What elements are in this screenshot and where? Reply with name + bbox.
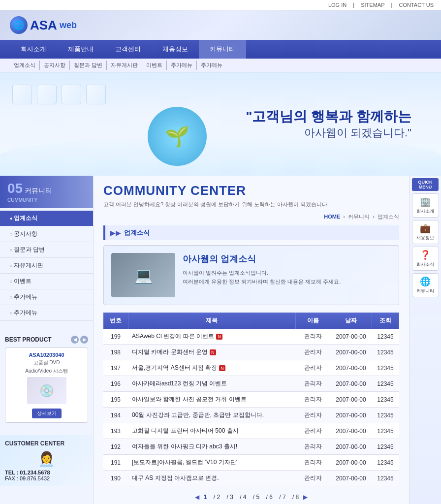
sidebar-item-industry[interactable]: 업계소식 xyxy=(0,211,93,226)
sidebar-item-freeboard[interactable]: 자유게시판 xyxy=(0,258,93,274)
nav-item-community[interactable]: 커뮤니티 xyxy=(199,40,246,59)
cell-views: 12345 xyxy=(372,360,399,376)
subnav-item-5[interactable]: 추가메뉴 xyxy=(167,61,197,70)
separator: | xyxy=(353,2,354,8)
login-link[interactable]: LOG IN xyxy=(328,2,346,8)
news-icon: ❓ xyxy=(414,250,437,260)
cell-no: 192 xyxy=(103,439,128,455)
subnav-item-2[interactable]: 질문과 답변 xyxy=(70,61,107,70)
subnav-item-6[interactable]: 추가메뉴 xyxy=(197,61,226,70)
featured-box: 💻 아사웹의 업계소식 아사웹이 알려주는 업계소식입니다. 여러분에게 유용한… xyxy=(103,245,399,305)
cell-no: 196 xyxy=(103,376,128,392)
hero-text: "고객님의 행복과 함께하는 아사웹이 되겠습니다." xyxy=(246,108,411,140)
customer-center-fax: FAX : 09.876.5432 xyxy=(5,475,88,481)
cell-title[interactable]: 아사카메라asd123 런칭 기념 이벤트 xyxy=(128,376,296,392)
subnav-item-3[interactable]: 자유게시판 xyxy=(107,61,142,70)
sidebar-num: 05 xyxy=(7,181,23,196)
sidebar-item-qa[interactable]: 질문과 답변 xyxy=(0,242,93,258)
main-nav: 회사소개 제품안내 고객센터 채용정보 커뮤니티 xyxy=(0,40,441,59)
sidebar-item-extra1[interactable]: 추가메뉴 xyxy=(0,289,93,305)
hero-wave xyxy=(0,136,441,176)
cell-date: 2007-00-00 xyxy=(330,345,372,360)
page-6[interactable]: / 6 xyxy=(264,493,275,502)
cell-title[interactable]: 서울,경기지역 AS센터 지점 확장N xyxy=(128,360,296,376)
product-detail-button[interactable]: 상세보기 xyxy=(32,409,62,418)
product-name2: Audio/Video 시스템 xyxy=(9,368,84,375)
table-row: 194 00월 사진강좌 고급반, 중급반, 초급반 모집합니다. 관리자 20… xyxy=(103,408,399,423)
nav-item-customer[interactable]: 고객센터 xyxy=(104,40,152,59)
sitemap-link[interactable]: SITEMAP xyxy=(361,2,384,8)
page-7[interactable]: / 7 xyxy=(277,493,288,502)
cell-views: 12345 xyxy=(372,439,399,455)
qm-company[interactable]: 🏢 회사소개 xyxy=(412,193,439,218)
cell-views: 12345 xyxy=(372,376,399,392)
contact-link[interactable]: CONTACT US xyxy=(399,2,434,8)
qm-news[interactable]: ❓ 회사소식 xyxy=(412,247,439,271)
cell-title[interactable]: 여자들을 위한 아사핑크 디카 abc3 출시! xyxy=(128,439,296,455)
sidebar: 05 커뮤니티 CUMMUNITY 업계소식 공지사항 질문과 답변 자유게시판… xyxy=(0,176,94,504)
cell-no: 193 xyxy=(103,423,128,439)
page-2[interactable]: / 2 xyxy=(211,493,222,502)
content-title: COMMUNITY CENTER xyxy=(103,183,399,198)
sidebar-item-notice[interactable]: 공지사항 xyxy=(0,226,93,242)
cell-no: 191 xyxy=(103,455,128,471)
sidebar-title-eng: CUMMUNITY xyxy=(7,197,37,203)
customer-center-avatar: 👩‍💼 xyxy=(5,451,88,467)
nav-item-products[interactable]: 제품안내 xyxy=(57,40,104,59)
prev-page-icon[interactable]: ◀ xyxy=(195,494,199,501)
next-arrow[interactable]: ▶ xyxy=(80,336,88,344)
subnav-item-4[interactable]: 이벤트 xyxy=(142,61,167,70)
breadcrumb-home[interactable]: HOME xyxy=(324,214,340,220)
featured-desc2: 여러분에게 유용한 정보 되기바라며 참신한 내용은 제보해 주세요. xyxy=(183,278,341,286)
cell-title[interactable]: 대구 AS 지정점 아사캠으로 변경. xyxy=(128,471,296,486)
cell-title[interactable]: 고화질 디지털 프린터 아사티어 500 출시 xyxy=(128,423,296,439)
qm-community[interactable]: 🌐 커뮤니티 xyxy=(412,273,439,297)
page-5[interactable]: / 5 xyxy=(251,493,262,502)
cell-views: 12345 xyxy=(372,423,399,439)
qm-recruit[interactable]: 💼 채용정보 xyxy=(412,220,439,244)
nav-item-recruit[interactable]: 채용정보 xyxy=(152,40,199,59)
subnav-item-1[interactable]: 공지사항 xyxy=(40,61,70,70)
page-1[interactable]: 1 xyxy=(201,493,210,502)
content-area: COMMUNITY CENTER 고객 어러분 안녕하세요? 항상 어러분의 성… xyxy=(94,176,409,504)
cell-title[interactable]: [보도자료]아사필름, 월드컵 'V10 기자단' xyxy=(128,455,296,471)
cell-title[interactable]: 디지털 카메라 문화센터 운영N xyxy=(128,345,296,360)
sidebar-item-extra2[interactable]: 추가메뉴 xyxy=(0,305,93,321)
header: 🌐 ASA web xyxy=(0,10,441,40)
prev-arrow[interactable]: ◀ xyxy=(71,336,79,344)
page-3[interactable]: / 3 xyxy=(224,493,235,502)
table-row: 191 [보도자료]아사필름, 월드컵 'V10 기자단' 관리자 2007-0… xyxy=(103,455,399,471)
nav-item-company[interactable]: 회사소개 xyxy=(10,40,57,59)
featured-desc1: 아사웹이 알려주는 업계소식입니다. xyxy=(183,269,341,278)
product-name1: 고품질 DVD xyxy=(9,359,84,366)
cell-no: 194 xyxy=(103,408,128,423)
col-header-no: 번호 xyxy=(103,313,128,329)
page-8[interactable]: / 8 xyxy=(290,493,301,502)
table-row: 193 고화질 디지털 프린터 아사티어 500 출시 관리자 2007-00-… xyxy=(103,423,399,439)
cell-date: 2007-00-00 xyxy=(330,329,372,345)
company-icon: 🏢 xyxy=(414,196,437,207)
cell-no: 197 xyxy=(103,360,128,376)
cell-title[interactable]: 아사일보와 함께한 사진 공모전 거취 이벤트 xyxy=(128,392,296,408)
cell-date: 2007-00-00 xyxy=(330,376,372,392)
cell-name: 관리자 xyxy=(296,329,330,345)
cell-date: 2007-00-00 xyxy=(330,455,372,471)
page-4[interactable]: / 4 xyxy=(237,493,249,502)
recruit-icon: 💼 xyxy=(414,223,437,234)
subnav-item-0[interactable]: 업계소식 xyxy=(10,61,40,70)
breadcrumb-current: 업계소식 xyxy=(378,214,399,220)
featured-content: 아사웹의 업계소식 아사웹이 알려주는 업계소식입니다. 여러분에게 유용한 정… xyxy=(183,253,341,297)
sidebar-item-event[interactable]: 이벤트 xyxy=(0,274,93,289)
cell-views: 12345 xyxy=(372,471,399,486)
cell-title[interactable]: ASAweb CI 변경에 따른 이벤트N xyxy=(128,329,296,345)
logo[interactable]: 🌐 ASA web xyxy=(10,16,77,34)
next-page-icon[interactable]: ▶ xyxy=(303,494,308,501)
product-image: 💿 xyxy=(27,377,66,404)
content-header: COMMUNITY CENTER 고객 어러분 안녕하세요? 항상 어러분의 성… xyxy=(103,183,399,208)
cell-views: 12345 xyxy=(372,392,399,408)
cell-name: 관리자 xyxy=(296,376,330,392)
product-card: ASA10203040 고품질 DVD Audio/Video 시스템 💿 상세… xyxy=(5,347,88,423)
cell-title[interactable]: 00월 사진강좌 고급반, 중급반, 초급반 모집합니다. xyxy=(128,408,296,423)
cell-name: 관리자 xyxy=(296,423,330,439)
table-row: 198 디지털 카메라 문화센터 운영N 관리자 2007-00-00 1234… xyxy=(103,345,399,360)
